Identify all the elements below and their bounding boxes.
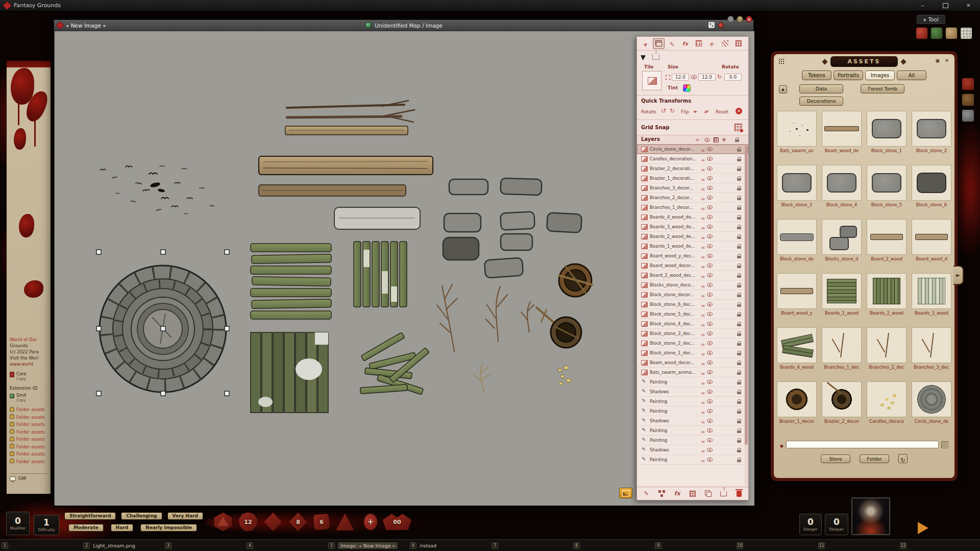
layer-link-icon[interactable] [701, 445, 705, 455]
assets-titlebar[interactable]: ASSETS [774, 54, 954, 67]
layer-row[interactable]: Painting [637, 406, 748, 416]
store-button[interactable]: Store [821, 454, 850, 463]
die[interactable]: + [360, 510, 381, 534]
layer-visibility-icon[interactable] [707, 448, 713, 452]
asset-item[interactable]: Block_stone_3 [775, 165, 819, 218]
hotbar-slot[interactable]: 11 [817, 540, 898, 551]
edit-layer-icon[interactable]: ✎ [642, 490, 650, 497]
layer-link-icon[interactable] [701, 377, 705, 387]
assets-tab[interactable]: Portraits [834, 70, 863, 80]
die[interactable]: 6 [311, 511, 332, 533]
layer-visibility-icon[interactable] [707, 341, 713, 345]
filter-data-button[interactable]: Data [799, 84, 843, 93]
canvas-asset-beam-wood-small[interactable] [259, 185, 406, 196]
layer-lock-icon[interactable] [737, 205, 741, 210]
layer-visibility-icon[interactable] [707, 244, 713, 248]
asset-item[interactable]: Board_wood_d [910, 219, 953, 272]
gm-chat-row[interactable]: GM [10, 473, 47, 481]
combat-tracker-icon[interactable] [962, 78, 974, 90]
asset-item[interactable]: Block_stone_2 [910, 111, 953, 164]
dice-tray-icon[interactable] [916, 27, 928, 39]
layer-visibility-icon[interactable] [707, 428, 713, 433]
layer-link-icon[interactable] [701, 242, 705, 251]
layer-lock-icon[interactable] [737, 215, 741, 220]
grid-tool-icon[interactable] [732, 38, 744, 49]
image-overlay-indicator-icon[interactable] [619, 488, 632, 498]
canvas-asset-beam-wood-large[interactable] [259, 156, 433, 175]
die[interactable]: 8 [286, 510, 310, 534]
folder-assets-item[interactable]: Folder assets [10, 436, 45, 443]
grid-view-icon[interactable] [941, 441, 948, 448]
map-tab-label[interactable]: « New Image » [66, 22, 106, 29]
effects-tool-icon[interactable]: fx [679, 38, 691, 49]
layer-lock-icon[interactable] [737, 293, 741, 297]
collapse-filters-icon[interactable] [779, 85, 787, 93]
hotbar-slot[interactable]: 9 [653, 540, 735, 551]
layer-lock-icon[interactable] [737, 312, 741, 317]
layer-visibility-icon[interactable] [707, 438, 713, 442]
tile-thumbnail[interactable] [642, 71, 662, 90]
difficulty-button[interactable]: Straightforward [64, 512, 116, 520]
assets-tab[interactable]: All [897, 70, 926, 80]
layer-row[interactable]: Boards_3_wood_de... [637, 222, 748, 232]
layer-visibility-icon[interactable] [707, 234, 713, 238]
layer-row[interactable]: Blocks_stone_deco... [637, 280, 748, 290]
close-button[interactable] [957, 0, 980, 11]
layer-visibility-icon[interactable] [707, 205, 713, 209]
export-layer-icon[interactable] [720, 490, 728, 497]
layers-scrollbar[interactable] [745, 146, 748, 486]
hotbar-slot[interactable]: 3 [163, 540, 245, 551]
die[interactable]: 12 [236, 510, 260, 534]
layer-lock-icon[interactable] [737, 361, 741, 365]
assets-tab[interactable]: Tokens [802, 70, 831, 80]
layer-visibility-icon[interactable] [707, 225, 713, 229]
record-icon[interactable] [718, 22, 724, 28]
layer-row[interactable]: Block_stone_1_dec... [637, 348, 748, 358]
layer-link-icon[interactable] [701, 164, 705, 174]
lock-all-icon[interactable] [735, 137, 739, 142]
layer-visibility-icon[interactable] [707, 380, 713, 384]
campaign-window-partial[interactable]: World of Dar Grounds (c) 2022 Para Visit… [6, 60, 51, 494]
layer-row[interactable]: Block_stone_6_dec... [637, 300, 748, 309]
layer-lock-icon[interactable] [737, 419, 741, 423]
difficulty-box[interactable]: 1 Difficulty [34, 515, 59, 535]
asset-item[interactable]: Brazier_1_decor [775, 381, 819, 435]
layer-link-icon[interactable] [701, 455, 705, 465]
layer-row[interactable]: Shadows [637, 387, 748, 397]
layer-visibility-icon[interactable] [707, 147, 713, 151]
layer-link-icon[interactable] [701, 416, 705, 426]
layer-visibility-icon[interactable] [707, 312, 713, 316]
layer-visibility-icon[interactable] [707, 351, 713, 355]
layer-link-icon[interactable] [701, 271, 705, 280]
layer-link-icon[interactable] [701, 154, 705, 164]
hotbar-slot[interactable]: 8 [572, 540, 653, 551]
calendar-icon[interactable] [960, 27, 972, 39]
tile-rotation-input[interactable] [724, 74, 742, 81]
assets-scroll-right-icon[interactable] [953, 266, 964, 285]
layer-row[interactable]: Painting [637, 436, 748, 445]
layer-visibility-icon[interactable] [707, 390, 713, 394]
map-window-titlebar[interactable]: « New Image » Unidentified Map / Image [54, 20, 753, 31]
canvas-asset-branches[interactable] [437, 284, 534, 351]
tile-height-input[interactable] [698, 74, 716, 81]
asset-item[interactable]: Block_stone_4 [820, 165, 864, 218]
layer-row[interactable]: Brazier_2_decorati... [637, 164, 748, 174]
hotbar-slot[interactable]: 12 [898, 540, 980, 551]
character-portrait[interactable] [851, 497, 890, 535]
layer-link-icon[interactable] [701, 280, 705, 290]
layer-visibility-icon[interactable] [707, 293, 713, 297]
layer-link-icon[interactable] [701, 329, 705, 339]
layer-visibility-icon[interactable] [707, 399, 713, 403]
rotate-cw-icon[interactable] [670, 107, 675, 114]
layer-lock-icon[interactable] [737, 409, 741, 414]
canvas-asset-brazier-1[interactable] [558, 264, 593, 297]
eye-icon[interactable] [691, 75, 697, 79]
difficulty-button[interactable]: Moderate [68, 524, 104, 532]
layer-link-icon[interactable] [701, 212, 705, 222]
layer-row[interactable]: Painting [637, 455, 748, 465]
dice-roll-icon[interactable] [708, 22, 715, 28]
tool-menu-button[interactable]: Tool [917, 15, 945, 24]
die[interactable]: 00 [382, 510, 412, 534]
difficulty-button[interactable]: Challenging [121, 512, 162, 520]
hotbar-slot[interactable]: 4 [245, 540, 327, 551]
